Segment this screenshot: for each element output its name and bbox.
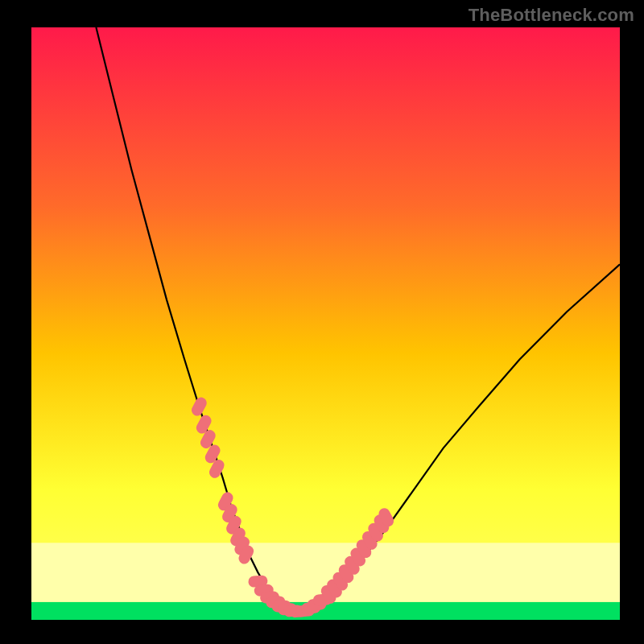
plot-background [31, 27, 620, 620]
chart-frame: TheBottleneck.com [0, 0, 644, 644]
watermark-text: TheBottleneck.com [469, 5, 634, 26]
bottleneck-chart [0, 0, 644, 644]
